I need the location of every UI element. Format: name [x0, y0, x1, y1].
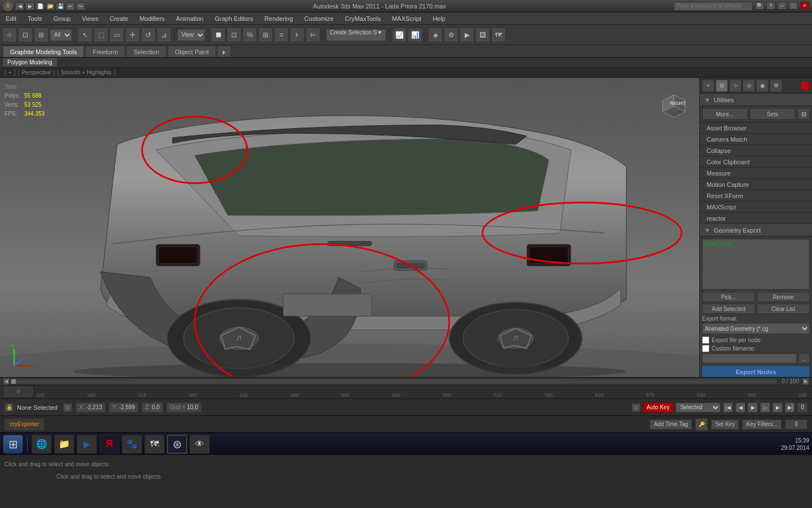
- menu-group[interactable]: Group: [51, 14, 74, 23]
- nav-btn-undo[interactable]: ↩: [66, 2, 75, 10]
- sets-icon-btn[interactable]: ⊟: [797, 108, 810, 120]
- view-dropdown[interactable]: View: [177, 29, 205, 41]
- goto-start-btn[interactable]: |◀: [723, 402, 733, 413]
- nav-btn-2[interactable]: ▶: [25, 2, 34, 10]
- curve-editor-btn[interactable]: 📈: [392, 28, 407, 42]
- status-frame-input[interactable]: 0: [785, 419, 807, 430]
- app7-button[interactable]: ⊛: [167, 435, 187, 454]
- maximize-button[interactable]: □: [789, 2, 798, 10]
- nav-btn-new[interactable]: 📄: [36, 2, 45, 10]
- viewport-3d[interactable]: Л Л: [0, 78, 699, 377]
- menu-tools[interactable]: Tools: [25, 14, 45, 23]
- app8-button[interactable]: 👁: [189, 435, 210, 454]
- nav-btn-save[interactable]: 💾: [56, 2, 65, 10]
- timeline-left-arrow[interactable]: ◀: [3, 378, 10, 385]
- util-reactor[interactable]: reactor: [700, 213, 812, 224]
- scale-btn[interactable]: ⊿: [157, 28, 171, 42]
- util-color-clipboard[interactable]: Color Clipboard: [700, 156, 812, 168]
- search-button[interactable]: 🔍: [755, 2, 764, 10]
- snap-btn[interactable]: 🔲: [211, 28, 226, 42]
- menu-views[interactable]: Views: [79, 14, 101, 23]
- tab-graphite[interactable]: Graphite Modeling Tools: [3, 46, 84, 57]
- geo-clear-list-btn[interactable]: Clear List: [757, 304, 810, 314]
- move-tool-btn[interactable]: ⊞: [34, 28, 48, 42]
- select-mode-btn[interactable]: ⊹: [2, 28, 17, 42]
- mirror-btn[interactable]: ⊧: [290, 28, 304, 42]
- timeline-track[interactable]: [11, 379, 776, 384]
- menu-modifiers[interactable]: Modifiers: [136, 14, 167, 23]
- nav-btn-redo[interactable]: ↪: [76, 2, 85, 10]
- rpanel-color-swatch[interactable]: [801, 81, 810, 90]
- add-time-tag-btn[interactable]: Add Time Tag: [650, 419, 692, 430]
- menu-maxscript[interactable]: MAXScript: [389, 14, 424, 23]
- edit-named-btn[interactable]: ≡: [274, 28, 289, 42]
- menu-animation[interactable]: Animation: [173, 14, 206, 23]
- util-reset-xform[interactable]: Reset XForm: [700, 190, 812, 202]
- menu-graph-editors[interactable]: Graph Editors: [212, 14, 256, 23]
- menu-rendering[interactable]: Rendering: [262, 14, 296, 23]
- nav-btn-open[interactable]: 📂: [46, 2, 55, 10]
- geo-export-nodes-btn[interactable]: Export Nodes: [702, 366, 810, 377]
- timeline-right-arrow[interactable]: ▶: [802, 378, 809, 385]
- navigation-cube[interactable]: RIGHT: [654, 84, 694, 123]
- render-btn[interactable]: ▶: [460, 28, 474, 42]
- util-motion-capture[interactable]: Motion Capture: [700, 179, 812, 190]
- utilities-header[interactable]: ▼ Utilities: [700, 94, 812, 106]
- util-collapse[interactable]: Collapse: [700, 145, 812, 156]
- select-btn[interactable]: ↖: [78, 28, 92, 42]
- rpanel-utilities-btn[interactable]: ⚙: [770, 80, 782, 92]
- play-btn[interactable]: ▶: [748, 402, 758, 413]
- sets-button[interactable]: Sets: [750, 108, 796, 120]
- geo-list-item[interactable]: bump_rear_: [704, 240, 808, 247]
- set-key-btn[interactable]: Set Key: [711, 419, 739, 430]
- util-asset-browser[interactable]: Asset Browser: [700, 122, 812, 134]
- viewport-plus[interactable]: +: [8, 69, 12, 76]
- rpanel-hierarchy-btn[interactable]: ⊹: [729, 80, 742, 92]
- util-maxscript[interactable]: MAXScript: [700, 202, 812, 213]
- geo-custom-filename-checkbox[interactable]: [702, 345, 709, 352]
- geo-format-select[interactable]: Animated Geometry (*.cg: [702, 323, 810, 334]
- menu-crymaxtools[interactable]: CryMaxTools: [342, 14, 384, 23]
- start-button[interactable]: ⊞: [3, 435, 23, 454]
- key-filters-btn[interactable]: Key Filters...: [742, 419, 782, 430]
- util-measure[interactable]: Measure: [700, 168, 812, 179]
- spinner-snap-btn[interactable]: ⊞: [258, 28, 273, 42]
- subtab-polygon-modeling[interactable]: Polygon Modeling: [3, 58, 57, 67]
- app6-button[interactable]: 🗺: [144, 435, 165, 454]
- help-button[interactable]: ?: [766, 2, 775, 10]
- play-selected-btn[interactable]: ▷: [760, 402, 770, 413]
- geo-export-header[interactable]: ▼ Geometry Export: [700, 224, 812, 237]
- nav-btn-1[interactable]: ◀: [15, 2, 24, 10]
- frame-counter[interactable]: 0: [797, 402, 807, 413]
- create-selection-btn[interactable]: Create Selection S▼: [326, 29, 386, 41]
- search-input[interactable]: [674, 2, 753, 11]
- rotate-btn[interactable]: ↺: [141, 28, 156, 42]
- minimize-button[interactable]: ─: [778, 2, 787, 10]
- geo-per-node-checkbox[interactable]: [702, 336, 709, 344]
- ie-button[interactable]: 🌐: [32, 435, 52, 454]
- next-frame-btn[interactable]: ▶: [773, 402, 783, 413]
- key-icon-btn[interactable]: 🔑: [695, 418, 708, 431]
- geo-pick-btn[interactable]: Pick...: [702, 292, 755, 302]
- key-mode-select[interactable]: Selected: [676, 402, 721, 413]
- menu-help[interactable]: Help: [430, 14, 448, 23]
- rpanel-motion-btn[interactable]: ◎: [743, 80, 755, 92]
- tab-object-paint[interactable]: Object Paint: [167, 46, 216, 57]
- rpanel-modify-btn[interactable]: ⊞: [716, 80, 728, 92]
- geo-add-selected-btn[interactable]: Add Selected: [702, 304, 755, 314]
- timeline-thumb[interactable]: [11, 379, 16, 384]
- rpanel-create-btn[interactable]: +: [702, 80, 714, 92]
- render-frame-btn[interactable]: 🖼: [475, 28, 490, 42]
- viewport-perspective[interactable]: Perspective: [21, 69, 51, 76]
- app5-button[interactable]: 🐾: [122, 435, 142, 454]
- explorer-button[interactable]: 📁: [54, 435, 74, 454]
- more-button[interactable]: More...: [702, 108, 748, 120]
- selection-filter-btn[interactable]: ⊡: [18, 28, 33, 42]
- geo-filename-input[interactable]: [702, 353, 797, 364]
- menu-create[interactable]: Create: [107, 14, 131, 23]
- select-region-btn[interactable]: ⬚: [94, 28, 108, 42]
- rect-select-btn[interactable]: ▭: [109, 28, 124, 42]
- goto-end-btn[interactable]: ▶|: [785, 402, 795, 413]
- align-btn[interactable]: ⊨: [306, 28, 320, 42]
- material-editor-btn[interactable]: ◈: [428, 28, 443, 42]
